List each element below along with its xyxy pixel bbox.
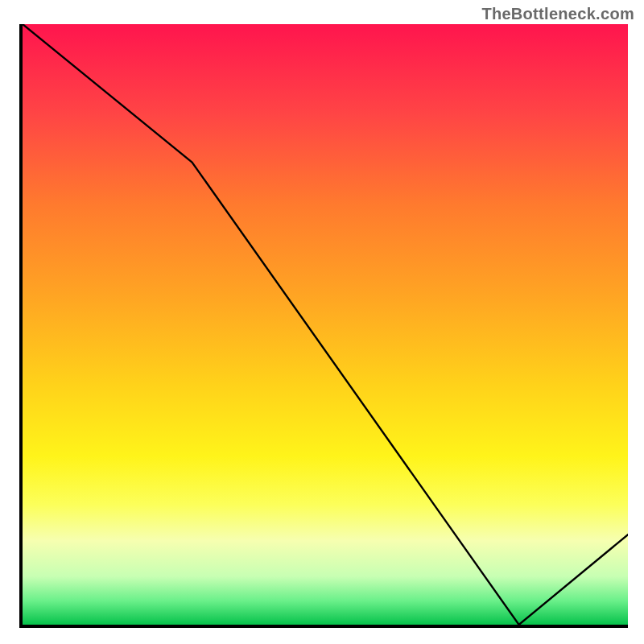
attribution-label: TheBottleneck.com xyxy=(481,5,634,23)
chart-figure: TheBottleneck.com xyxy=(0,0,644,644)
curve-svg xyxy=(23,24,628,625)
bottleneck-curve-path xyxy=(23,24,628,625)
plot-area xyxy=(19,24,628,628)
